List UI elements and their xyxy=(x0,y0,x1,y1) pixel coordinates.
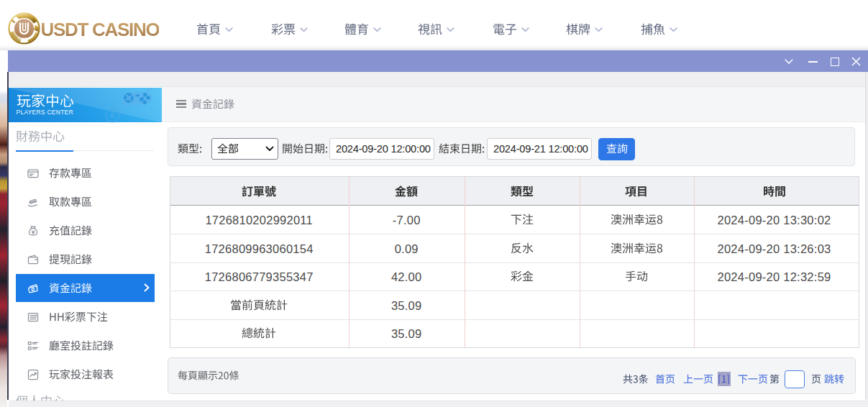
svg-text:Casino: Casino xyxy=(18,36,30,40)
